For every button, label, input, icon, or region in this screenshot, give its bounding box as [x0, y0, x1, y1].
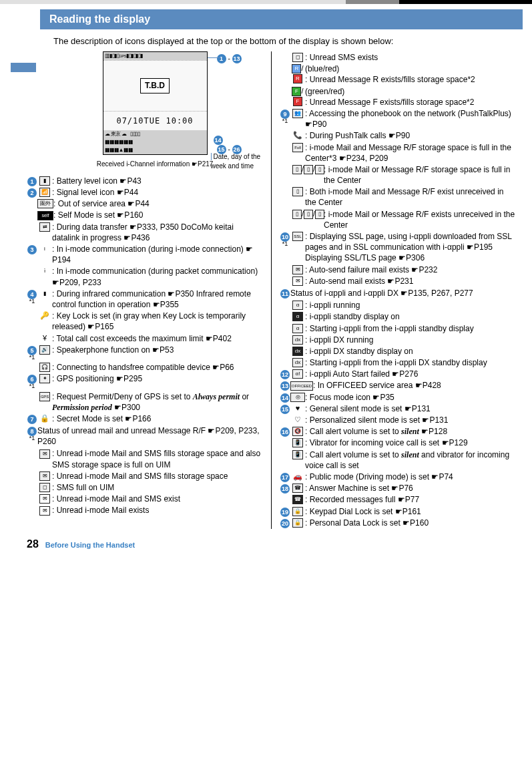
item-15a: 15 ♥ : General silent mode is set ☛P131	[280, 403, 516, 414]
center-full-a-icon: ▯	[292, 165, 302, 174]
item-9a: 9*1 👥 : Accessing the phonebook on the n…	[280, 108, 516, 130]
item-msg-f: F/F (green/red): Unread Message F exists…	[280, 86, 516, 108]
item-5a: 5*1 🔊 : Speakerphone function on ☛P53	[27, 345, 263, 361]
callout-14: 14	[214, 136, 223, 145]
iappli-start-standby-icon: α	[292, 324, 303, 333]
center-full-b-icon: ▯	[304, 165, 313, 174]
item-6b: GPS : Request Permit/Deny of GPS is set …	[27, 391, 263, 413]
pushtalk-call-icon: 📞	[293, 131, 302, 139]
center-full-c-icon: ▯	[315, 165, 324, 174]
page-number: 28	[27, 538, 39, 550]
iappli-dx-start-icon: dx	[292, 358, 303, 367]
item-11d: dx: i-αppli DX running	[280, 335, 516, 345]
phone-screen-tbd: T.B.D	[103, 60, 207, 112]
footer-section: Before Using the Handset	[45, 541, 135, 549]
imode-conn-icon: i	[40, 245, 49, 253]
secret-mode-icon: 🔒	[40, 414, 49, 422]
self-mode-icon: self	[37, 211, 53, 220]
center-full-all-icon: Full	[292, 143, 303, 152]
item-16a: 16 🔇 : Call alert volume is set to silen…	[280, 426, 516, 437]
item-9b: 📞 : During PushTalk calls ☛P90	[280, 130, 516, 141]
msg-f-red-icon: F	[293, 97, 302, 106]
iappli-autostart-fail-icon: α!	[292, 369, 303, 379]
infrared-icon: ▮	[40, 290, 49, 298]
item-sms: ◻ : Unread SMS exists	[280, 52, 516, 63]
item-9e: ▯ : Both i-mode Mail and Message R/F exi…	[280, 186, 516, 208]
item-11f: dx: Starting i-αppli from the i-αppli DX…	[280, 357, 516, 368]
item-2d: ⇄ : During data transfer ☛P333, P350 DoC…	[27, 222, 263, 243]
msg-r-blue-icon: R	[292, 64, 301, 73]
phone-bottom-2: ▮▮▮▮▮▮▲▮▮▮▮	[103, 146, 207, 154]
iappli-dx-run-icon: dx	[292, 335, 303, 345]
item-2b: 圏外 : Out of service area ☛P44	[27, 198, 263, 209]
item-19: 19 🔒 : Keypad Dial Lock is set ☛P161	[280, 506, 516, 517]
item-11c: α: Starting i-αppli from the i-αppli sta…	[280, 323, 516, 334]
center-unrec-a-icon: ▯	[292, 210, 302, 219]
item-16b: 📳 : Vibrator for incoming voice call is …	[280, 437, 516, 448]
signal-icon: 📶	[39, 188, 50, 197]
item-11-head: 11 Status of i-αppli and i-αppli DX ☛P13…	[280, 288, 516, 299]
silent-general-icon: ♥	[296, 404, 300, 412]
focus-mode-icon: ◎	[290, 393, 305, 402]
center-unrec-c-icon: ▯	[315, 210, 324, 219]
item-8b: ✉ : Unread i-mode Mail and SMS fills sto…	[27, 471, 263, 481]
item-10a: 10*1 SSL : Displaying SSL page, using i-…	[280, 231, 516, 264]
item-4a: 4*1 ▮ : During infrared communication ☛P…	[27, 288, 263, 310]
imode-packet-icon: i̇	[40, 267, 49, 275]
data-transfer-icon: ⇄	[39, 222, 50, 232]
out-of-area-icon: 圏外	[37, 199, 53, 208]
section-header: Reading the display	[40, 9, 523, 29]
side-tab	[11, 63, 36, 72]
item-5b: 🎧 : Connecting to handsfree compatible d…	[27, 362, 263, 373]
autosend-fail-icon: ✉	[292, 265, 303, 274]
intro-text: The description of icons displayed at th…	[53, 36, 505, 46]
autosend-icon: ✉	[292, 276, 303, 286]
gps-permit-icon: GPS	[39, 392, 50, 401]
silent-personal-icon: ♡	[294, 415, 301, 423]
item-8-head: 8*1 Status of unread mail and unread Mes…	[27, 425, 263, 447]
unread-mail-sms-icon: ✉	[39, 494, 50, 504]
unread-sms-icon: ◻	[292, 53, 303, 62]
phone-diagram: ▥▮▯▮▯GPS▮▯▮▯▮▯▮ T.B.D 07/10TUE 10:00 ☁ 東…	[47, 51, 263, 169]
item-4c: ¥ : Total call cost exceeds the maximum …	[27, 333, 263, 344]
item-11e: dx: i-αppli DX standby display on	[280, 346, 516, 357]
item-17: 17 🚗 : Public mode (Driving mode) is set…	[280, 471, 516, 482]
iappli-standby-icon: α	[292, 312, 303, 321]
personal-data-lock-icon: 🔒	[292, 518, 303, 528]
mail-full-uim-icon: ✉	[39, 449, 50, 459]
phone-bottom-1: ▮▮▮▮▮▮▮▮▮▮▮▮	[103, 138, 207, 146]
officeed-icon: OFFICEED	[290, 381, 313, 391]
item-msg-r: R/R (blue/red): Unread Message R exists/…	[280, 63, 516, 85]
unread-mail-icon: ✉	[39, 506, 50, 516]
gps-icon: ✦	[39, 374, 50, 383]
mail-full-icon: ✉	[39, 471, 50, 481]
phone-channel-bar: ☁ 東京 ☁ ▯▯▯▯	[103, 130, 207, 138]
item-9c: Full : i-mode Mail and Message R/F stora…	[280, 142, 516, 164]
item-12: 12 α! : i-αppli Auto Start failed ☛P276	[280, 369, 516, 379]
item-10c: ✉ : Auto-send mail exists ☛P231	[280, 276, 516, 286]
center-unrec-b-icon: ▯	[304, 210, 313, 219]
page-footer: 28 Before Using the Handset	[27, 538, 532, 550]
page-top-gradient	[0, 0, 532, 4]
item-9f: ▯/▯/▯ : i-mode Mail or Message R/F exist…	[280, 209, 516, 230]
item-1: 1 ▮ : Battery level icon ☛P43	[27, 176, 263, 186]
vibrator-icon: 📳	[292, 438, 303, 447]
volume-silent-icon: 🔇	[292, 427, 303, 436]
recorded-full-icon: ☎	[292, 495, 303, 504]
keylock-icon: 🔑	[40, 311, 49, 319]
iappli-dx-standby-icon: dx	[292, 347, 303, 356]
item-3b: i̇ : In i-mode communication (during pac…	[27, 266, 263, 287]
item-8a: ✉ : Unread i-mode Mail and SMS fills sto…	[27, 448, 263, 469]
cost-limit-icon: ¥	[43, 334, 47, 342]
callout-1-13: 1 - 13	[217, 54, 242, 63]
msg-f-green-icon: F	[292, 87, 301, 96]
center-both-unreceived-icon: ▯	[292, 187, 303, 196]
item-8d: ✉ : Unread i-mode Mail and SMS exist	[27, 494, 263, 504]
item-6a: 6*1 ✦ : GPS positioning ☛P295	[27, 373, 263, 390]
sms-full-uim-icon: ◻	[39, 483, 50, 492]
pushtalk-phonebook-icon: 👥	[292, 109, 303, 118]
keypad-lock-icon: 🔒	[292, 507, 303, 516]
item-15b: ♡ : Personalized silent mode is set ☛P13…	[280, 415, 516, 425]
msg-r-red-icon: R	[293, 74, 302, 83]
item-8c: ◻ : SMS full on UIM	[27, 482, 263, 493]
